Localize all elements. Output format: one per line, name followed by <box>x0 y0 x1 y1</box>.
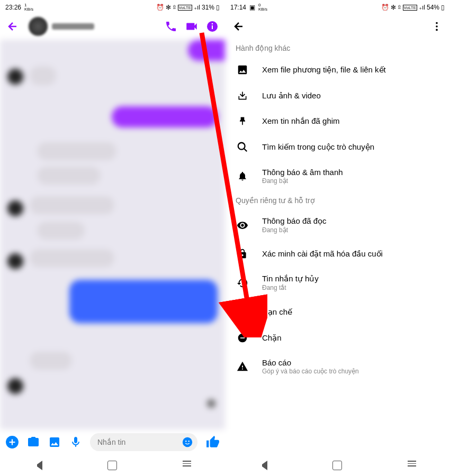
nav-home-icon[interactable] <box>332 461 342 470</box>
contact-card[interactable] <box>26 15 157 38</box>
row-label: Xác minh cài đặt mã hóa đầu cuối <box>262 249 383 259</box>
row-sub: Đang bật <box>262 177 343 185</box>
chat-screen: 23:26 1KB/s ⏰ ✻ ⩯ VoLTE ₊ıl 31%▯ <box>0 0 225 476</box>
row-label: Thông báo & âm thanh <box>262 168 343 177</box>
row-report[interactable]: Báo cáoGóp ý và báo cáo cuộc trò chuyện <box>225 351 450 382</box>
settings-list: Hành động khác Xem file phương tiện, fil… <box>225 40 450 455</box>
svg-point-10 <box>238 143 245 150</box>
nav-recent-icon[interactable] <box>183 461 192 470</box>
like-icon[interactable] <box>206 435 220 449</box>
android-navbar <box>225 455 450 476</box>
status-kbs: 0KB/s <box>258 3 267 12</box>
download-icon <box>236 90 249 101</box>
nav-back-icon[interactable] <box>258 461 267 470</box>
lock-icon <box>236 249 249 259</box>
plus-icon[interactable] <box>5 435 19 449</box>
svg-point-6 <box>188 441 190 442</box>
row-save[interactable]: Lưu ảnh & video <box>225 83 450 108</box>
nav-recent-icon[interactable] <box>408 461 417 470</box>
block-icon <box>236 333 249 343</box>
camera-icon[interactable] <box>26 435 40 449</box>
bell-icon <box>236 171 249 181</box>
avatar <box>29 17 48 36</box>
chat-header <box>0 13 225 40</box>
contact-name-blurred <box>52 23 94 30</box>
row-label: Chặn <box>262 333 282 343</box>
svg-rect-12 <box>240 337 245 338</box>
section-privacy: Quyền riêng tư & hỗ trợ <box>225 192 450 209</box>
status-time: 17:14 <box>230 4 246 11</box>
back-arrow-icon[interactable] <box>6 20 19 33</box>
row-notifications[interactable]: Thông báo & âm thanhĐang bật <box>225 160 450 192</box>
svg-point-7 <box>436 22 438 24</box>
svg-point-5 <box>185 441 186 442</box>
row-restrict[interactable]: Hạn chế <box>225 299 450 325</box>
history-icon <box>236 277 249 289</box>
screenshot-icon: ▣ <box>249 4 255 11</box>
row-sub: Đang tắt <box>262 284 319 291</box>
composer <box>0 429 225 455</box>
status-bar: 17:14 ▣ 0KB/s ⏰ ✻ ⩯ VoLTE ₊ıl 54%▯ <box>225 0 450 13</box>
svg-point-4 <box>183 437 192 447</box>
nav-back-icon[interactable] <box>33 461 42 470</box>
status-indicators: ⏰ ✻ ⩯ VoLTE ₊ıl 31%▯ <box>156 2 220 13</box>
restrict-icon <box>236 306 249 318</box>
row-search[interactable]: Tìm kiếm trong cuộc trò chuyện <box>225 134 450 160</box>
video-icon[interactable] <box>185 20 199 33</box>
back-arrow-icon[interactable] <box>232 20 245 33</box>
svg-point-8 <box>436 25 438 28</box>
photo-icon <box>236 64 249 76</box>
row-label: Báo cáo <box>262 358 359 367</box>
chat-body-blurred <box>0 40 225 429</box>
row-read-receipts[interactable]: Thông báo đã đọcĐang bật <box>225 209 450 241</box>
row-label: Tin nhắn tự hủy <box>262 274 319 283</box>
row-label: Thông báo đã đọc <box>262 216 327 226</box>
search-icon <box>236 141 249 153</box>
row-sub: Góp ý và báo cáo cuộc trò chuyện <box>262 368 359 375</box>
phone-icon[interactable] <box>165 20 177 33</box>
row-label: Xem file phương tiện, file & liên kết <box>262 65 386 75</box>
row-label: Xem tin nhắn đã ghim <box>262 116 340 126</box>
smiley-icon[interactable] <box>181 435 194 449</box>
svg-point-2 <box>212 23 213 25</box>
svg-rect-1 <box>212 25 213 29</box>
row-label: Lưu ảnh & video <box>262 91 321 100</box>
eye-icon <box>236 219 249 231</box>
mic-icon[interactable] <box>69 435 83 449</box>
gallery-icon[interactable] <box>48 435 61 449</box>
info-icon[interactable] <box>206 20 219 33</box>
status-indicators: ⏰ ✻ ⩯ VoLTE ₊ıl 54%▯ <box>381 2 445 13</box>
settings-screen: 17:14 ▣ 0KB/s ⏰ ✻ ⩯ VoLTE ₊ıl 54%▯ Hành … <box>225 0 450 476</box>
settings-header <box>225 13 450 40</box>
android-navbar <box>0 455 225 476</box>
status-bar: 23:26 1KB/s ⏰ ✻ ⩯ VoLTE ₊ıl 31%▯ <box>0 0 225 13</box>
row-pinned[interactable]: Xem tin nhắn đã ghim <box>225 108 450 134</box>
status-kbs: 1KB/s <box>24 3 33 12</box>
row-sub: Đang bật <box>262 226 327 234</box>
more-vert-icon[interactable] <box>431 21 443 32</box>
status-time: 23:26 <box>5 4 21 11</box>
pin-icon <box>236 116 249 126</box>
row-media[interactable]: Xem file phương tiện, file & liên kết <box>225 57 450 83</box>
section-actions: Hành động khác <box>225 40 450 57</box>
row-label: Tìm kiếm trong cuộc trò chuyện <box>262 142 374 152</box>
svg-point-9 <box>436 29 438 31</box>
row-verify-encryption[interactable]: Xác minh cài đặt mã hóa đầu cuối <box>225 241 450 267</box>
warning-icon <box>236 361 249 372</box>
row-disappearing[interactable]: Tin nhắn tự hủyĐang tắt <box>225 267 450 299</box>
nav-home-icon[interactable] <box>107 461 117 470</box>
row-label: Hạn chế <box>262 307 292 317</box>
row-block[interactable]: Chặn <box>225 325 450 351</box>
